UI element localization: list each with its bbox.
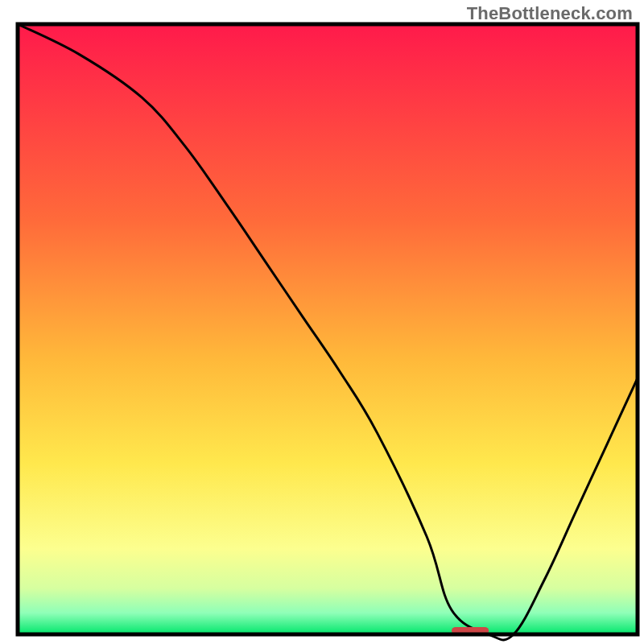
plot-background bbox=[18, 24, 638, 634]
chart-container: TheBottleneck.com bbox=[0, 0, 644, 644]
watermark-text: TheBottleneck.com bbox=[467, 3, 633, 24]
bottleneck-chart bbox=[0, 0, 644, 644]
